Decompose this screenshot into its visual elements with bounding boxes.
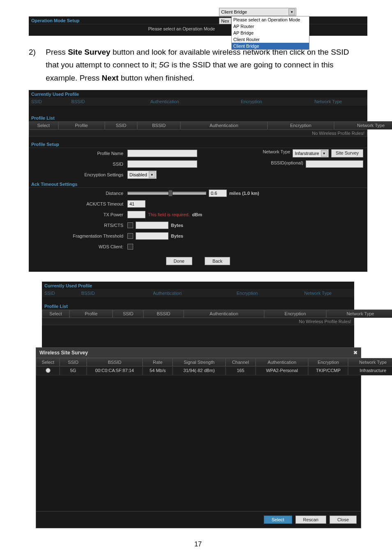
- encryption-settings-label: Encryption Settings: [29, 172, 127, 177]
- frag-label: Fragmentation Threshold: [29, 234, 127, 238]
- profile-list-header: Select Profile SSID BSSID Authentication…: [29, 121, 367, 130]
- op-mode-option[interactable]: AP Bridge: [232, 30, 309, 36]
- survey-bssid: 00:C0:CA:5F:87:14: [87, 366, 143, 375]
- profile-name-input[interactable]: [127, 150, 197, 157]
- distance-unit: miles (1.0 km): [229, 191, 259, 196]
- operation-mode-panel: Operation Mode Setup Please select an Op…: [29, 16, 367, 36]
- chevron-down-icon: ▼: [321, 150, 327, 157]
- ssid-label: SSID: [29, 162, 127, 166]
- chevron-down-icon: ▼: [149, 171, 155, 178]
- done-button[interactable]: Done: [166, 257, 192, 265]
- site-survey-button[interactable]: Site Survey: [331, 149, 363, 157]
- op-mode-select-value: Client Bridge: [221, 9, 247, 14]
- ack-timeout-title: Ack Timeout Settings: [29, 180, 367, 187]
- profile-list-header-2: Select Profile SSID BSSID Authentication…: [42, 310, 354, 318]
- op-mode-option-selected[interactable]: Client Bridge: [232, 43, 309, 49]
- ackcts-input[interactable]: [127, 200, 145, 208]
- bssid-optional-label: BSSID(optional): [271, 160, 303, 168]
- rtscts-input[interactable]: [136, 222, 168, 229]
- survey-auth: WPA2-Personal: [256, 366, 309, 375]
- instruction-number: 2): [29, 46, 44, 58]
- page-number: 17: [29, 541, 367, 548]
- op-mode-option[interactable]: Please select an Operation Mode: [232, 16, 309, 23]
- survey-row[interactable]: 5G 00:C0:CA:5F:87:14 54 Mb/s 31/94(-82 d…: [36, 366, 361, 375]
- profile-list-title-2: Profile List: [42, 302, 354, 310]
- op-mode-select[interactable]: Client Bridge ▼: [219, 8, 296, 16]
- distance-input[interactable]: [209, 190, 227, 197]
- wds-checkbox[interactable]: [127, 244, 133, 250]
- survey-channel: 165: [226, 366, 256, 375]
- op-mode-option[interactable]: Client Router: [232, 36, 309, 43]
- distance-label: Distance: [29, 191, 127, 196]
- profile-name-label: Profile Name: [29, 151, 127, 156]
- bssid-input[interactable]: [306, 160, 363, 168]
- op-mode-dropdown[interactable]: Please select an Operation Mode AP Route…: [231, 16, 309, 50]
- frag-checkbox[interactable]: [127, 233, 133, 239]
- instruction-paragraph: 2) Press Site Survey button and look for…: [29, 46, 367, 84]
- network-type-label: Network Type: [263, 149, 290, 157]
- popup-title: Wireless Site Survey: [39, 350, 88, 356]
- profile-panel-bg: Currently Used Profile SSID BSSID Authen…: [42, 282, 354, 350]
- profile-list-empty-2: No Wireless Profile Rules!: [42, 318, 354, 325]
- select-button[interactable]: Select: [264, 516, 292, 524]
- txpower-input[interactable]: [127, 211, 145, 218]
- wds-label: WDS Client:: [29, 244, 127, 249]
- rescan-button[interactable]: Rescan: [295, 516, 326, 524]
- survey-ssid: 5G: [60, 366, 86, 375]
- network-type-select[interactable]: Infarstrature ▼: [293, 149, 328, 157]
- txpower-unit: dBm: [192, 212, 202, 217]
- frag-unit: Bytes: [171, 234, 183, 238]
- ssid-input[interactable]: [127, 160, 197, 168]
- currently-used-header-2: SSID BSSID Authentication Encryption Net…: [42, 289, 354, 297]
- rtscts-label: RTS/CTS: [29, 223, 127, 228]
- next-button[interactable]: Nex: [219, 18, 231, 24]
- close-button[interactable]: Close: [330, 516, 357, 524]
- currently-used-header: SSID BSSID Authentication Encryption Net…: [29, 97, 367, 106]
- currently-used-title-2: Currently Used Profile: [42, 282, 354, 289]
- txpower-required-msg: This field is required.: [148, 212, 190, 217]
- frag-input[interactable]: [136, 232, 168, 240]
- profile-list-empty: No Wireless Profile Rules!: [29, 130, 367, 137]
- close-icon[interactable]: ✖: [353, 350, 357, 356]
- survey-row-radio[interactable]: [46, 368, 51, 373]
- profile-list-title: Profile List: [29, 114, 367, 121]
- rtscts-checkbox[interactable]: [127, 222, 133, 228]
- op-mode-label: Please select an Operation Mode: [29, 26, 219, 31]
- encryption-select[interactable]: Disabled ▼: [127, 171, 157, 179]
- rtscts-unit: Bytes: [171, 223, 183, 228]
- profile-setup-panel: Currently Used Profile SSID BSSID Authen…: [29, 90, 367, 272]
- currently-used-title: Currently Used Profile: [29, 90, 367, 97]
- survey-signal: 31/94(-82 dBm): [173, 366, 226, 375]
- op-mode-option[interactable]: AP Router: [232, 23, 309, 30]
- survey-enc: TKIP/CCMP: [308, 366, 348, 375]
- site-survey-popup: Wireless Site Survey ✖ Select SSID BSSID…: [36, 347, 361, 528]
- distance-slider[interactable]: [127, 192, 206, 195]
- survey-ntype: Infrastructure: [348, 366, 392, 375]
- txpower-label: TX Power: [29, 212, 127, 217]
- ackcts-label: ACK/CTS Timeout: [29, 201, 127, 206]
- survey-rate: 54 Mb/s: [143, 366, 173, 375]
- survey-header: Select SSID BSSID Rate Signal Strength C…: [36, 358, 361, 366]
- back-button[interactable]: Back: [205, 257, 230, 265]
- chevron-down-icon: ▼: [288, 9, 295, 15]
- profile-setup-title: Profile Setup: [29, 140, 367, 148]
